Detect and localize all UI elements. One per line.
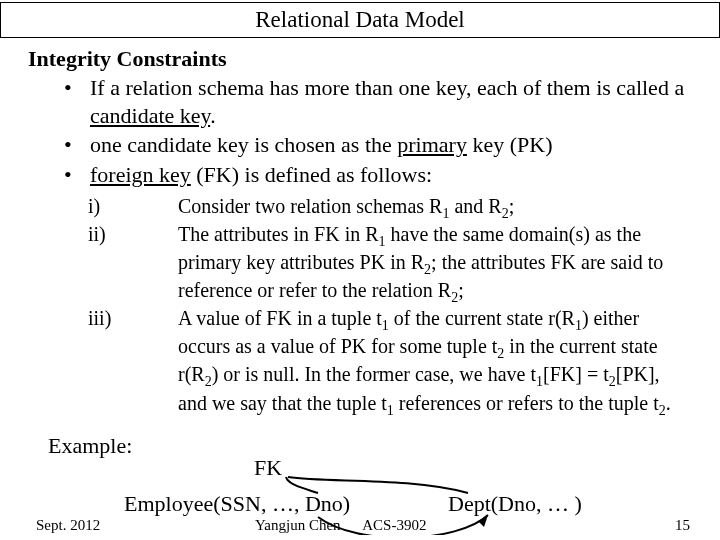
roman-i-num: i): [88, 194, 178, 222]
section-heading: Integrity Constraints: [28, 46, 692, 72]
bullet-2-text-b: key (PK): [467, 132, 553, 157]
slide-title-text: Relational Data Model: [255, 7, 465, 32]
bullet-3-text: (FK) is defined as follows:: [191, 162, 432, 187]
slide-title: Relational Data Model: [0, 2, 720, 38]
footer-course: ACS-3902: [362, 517, 426, 533]
bullet-2-underline: primary: [397, 132, 467, 157]
bullet-3: foreign key (FK) is defined as follows:: [64, 161, 692, 189]
bullet-2-text-a: one candidate key is chosen as the: [90, 132, 397, 157]
roman-ii: ii) The attributes in FK in R1 have the …: [88, 222, 692, 306]
footer-author: Yangjun Chen: [255, 517, 341, 533]
bullet-3-underline: foreign key: [90, 162, 191, 187]
roman-iii-text: A value of FK in a tuple t1 of the curre…: [178, 306, 692, 418]
svg-marker-0: [478, 515, 488, 527]
footer-center: Yangjun Chen ACS-3902: [255, 517, 426, 534]
bullet-1: If a relation schema has more than one k…: [64, 74, 692, 129]
roman-ii-text: The attributes in FK in R1 have the same…: [178, 222, 692, 306]
roman-iii: iii) A value of FK in a tuple t1 of the …: [88, 306, 692, 418]
bullet-1-text-a: If a relation schema has more than one k…: [90, 75, 684, 100]
footer-date: Sept. 2012: [36, 517, 100, 534]
roman-iii-num: iii): [88, 306, 178, 418]
bullet-list: If a relation schema has more than one k…: [28, 74, 692, 188]
bullet-2: one candidate key is chosen as the prima…: [64, 131, 692, 159]
roman-i-text: Consider two relation schemas R1 and R2;: [178, 194, 692, 222]
slide-body: Integrity Constraints If a relation sche…: [0, 38, 720, 535]
roman-i: i) Consider two relation schemas R1 and …: [88, 194, 692, 222]
footer-page: 15: [675, 517, 690, 534]
roman-list: i) Consider two relation schemas R1 and …: [88, 194, 692, 419]
bullet-1-underline: candidate key: [90, 103, 210, 128]
roman-ii-num: ii): [88, 222, 178, 306]
bullet-1-text-b: .: [210, 103, 216, 128]
